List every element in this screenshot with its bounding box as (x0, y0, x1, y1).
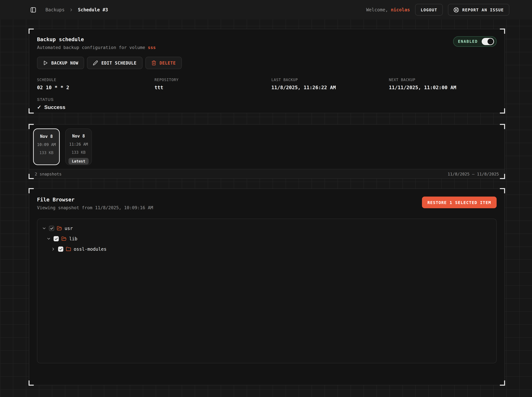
tree-item-label: lib (69, 236, 77, 241)
snapshot-date: Nov 8 (72, 134, 85, 138)
field-repository: REPOSITORY ttt (154, 78, 271, 91)
tree-row-usr[interactable]: usr (42, 223, 492, 234)
delete-button[interactable]: DELETE (145, 57, 182, 69)
top-bar: Backups Schedule #3 Welcome, nicolas LOG… (0, 0, 532, 19)
corner-bracket (29, 174, 34, 179)
field-value: 02 10 * * 2 (37, 85, 154, 91)
corner-bracket (500, 188, 505, 193)
corner-bracket (500, 29, 505, 34)
field-label: NEXT BACKUP (389, 78, 497, 82)
username: nicolas (391, 7, 410, 12)
snapshots-footer: 2 snapshots 11/8/2025 – 11/8/2025 (29, 169, 504, 178)
life-buoy-icon (453, 7, 459, 12)
logout-button[interactable]: LOGOUT (415, 4, 443, 16)
status-value: Success (44, 104, 65, 110)
snapshot-list: Nov 8 10:09 AM 133 KB Nov 8 11:26 AM 133… (29, 124, 504, 169)
checkbox-checked[interactable] (54, 236, 59, 241)
tree-item-label: usr (65, 226, 73, 231)
snapshot-time: 10:09 AM (37, 143, 56, 147)
field-label: REPOSITORY (154, 78, 271, 82)
snapshot-date: Nov 8 (40, 134, 53, 139)
top-bar-actions: Welcome, nicolas LOGOUT REPORT AN ISSUE (366, 4, 509, 16)
latest-badge: Latest (69, 158, 89, 164)
play-icon (43, 60, 48, 66)
backup-schedule-panel: Backup schedule Automated backup configu… (29, 29, 505, 113)
checkbox-checked[interactable] (49, 226, 54, 231)
corner-bracket (29, 380, 34, 386)
corner-bracket (29, 188, 34, 193)
snapshot-date-range: 11/8/2025 – 11/8/2025 (448, 171, 499, 176)
status-badge: ✓ Success (37, 104, 497, 110)
pencil-icon (93, 60, 98, 66)
sidebar-toggle-icon[interactable] (30, 7, 36, 13)
field-next-backup: NEXT BACKUP 11/11/2025, 11:02:00 AM (389, 78, 497, 91)
corner-bracket (500, 380, 505, 386)
file-browser-title: File Browser (37, 197, 153, 203)
toggle-knob (488, 39, 493, 44)
field-value: ttt (154, 85, 271, 91)
volume-name: sss (148, 45, 156, 50)
field-last-backup: LAST BACKUP 11/8/2025, 11:26:22 AM (271, 78, 389, 91)
corner-bracket (29, 124, 34, 129)
enabled-label: ENABLED (458, 39, 478, 44)
schedule-subtitle: Automated backup configuration for volum… (37, 45, 156, 50)
field-label: LAST BACKUP (271, 78, 389, 82)
breadcrumb-parent[interactable]: Backups (45, 7, 65, 12)
snapshot-count: 2 snapshots (35, 171, 62, 176)
corner-bracket (29, 29, 34, 34)
check-icon: ✓ (37, 104, 41, 110)
report-issue-button[interactable]: REPORT AN ISSUE (448, 4, 509, 16)
corner-bracket (500, 174, 505, 179)
corner-bracket (500, 124, 505, 129)
field-schedule: SCHEDULE 02 10 * * 2 (37, 78, 154, 91)
schedule-info-grid: SCHEDULE 02 10 * * 2 REPOSITORY ttt LAST… (37, 78, 497, 91)
field-value: 11/8/2025, 11:26:22 AM (271, 85, 389, 91)
snapshot-size: 133 KB (72, 150, 86, 155)
chevron-down-icon[interactable] (46, 236, 51, 241)
restore-button[interactable]: RESTORE 1 SELECTED ITEM (422, 197, 497, 208)
snapshot-card-latest[interactable]: Nov 8 11:26 AM 133 KB Latest (65, 128, 92, 165)
edit-schedule-button[interactable]: EDIT SCHEDULE (87, 57, 142, 69)
status-label: STATUS (37, 97, 497, 102)
breadcrumb-current: Schedule #3 (78, 7, 108, 12)
corner-bracket (29, 108, 34, 113)
enabled-toggle[interactable] (482, 38, 494, 45)
snapshot-card-selected[interactable]: Nov 8 10:09 AM 133 KB (33, 128, 60, 165)
corner-bracket (500, 108, 505, 113)
backup-now-button[interactable]: BACKUP NOW (37, 57, 84, 69)
snapshot-size: 133 KB (39, 150, 54, 155)
tree-item-label: ossl-modules (74, 247, 107, 252)
file-browser-panel: File Browser Viewing snapshot from 11/8/… (29, 188, 505, 385)
enabled-pill: ENABLED (453, 36, 497, 47)
folder-open-icon (57, 226, 62, 231)
page: Backups Schedule #3 Welcome, nicolas LOG… (0, 0, 532, 397)
snapshot-time: 11:26 AM (69, 142, 88, 147)
page-title: Backup schedule (37, 36, 156, 43)
trash-icon (151, 60, 156, 66)
file-tree: usr lib (37, 219, 497, 363)
breadcrumb: Backups Schedule #3 (30, 7, 108, 13)
tree-row-lib[interactable]: lib (42, 234, 492, 244)
welcome-text: Welcome, nicolas (366, 7, 410, 12)
field-value: 11/11/2025, 11:02:00 AM (389, 85, 497, 91)
snapshots-panel: Nov 8 10:09 AM 133 KB Nov 8 11:26 AM 133… (29, 124, 505, 179)
field-label: SCHEDULE (37, 78, 154, 82)
checkbox-checked[interactable] (58, 247, 63, 252)
folder-open-icon (61, 236, 67, 241)
folder-icon (66, 247, 71, 252)
tree-row-ossl-modules[interactable]: ossl-modules (42, 244, 492, 254)
file-browser-subtitle: Viewing snapshot from 11/8/2025, 10:09:1… (37, 205, 153, 210)
chevron-right-icon (69, 8, 73, 12)
chevron-right-icon[interactable] (51, 247, 56, 251)
chevron-down-icon[interactable] (42, 226, 46, 231)
status-block: STATUS ✓ Success (37, 97, 497, 110)
